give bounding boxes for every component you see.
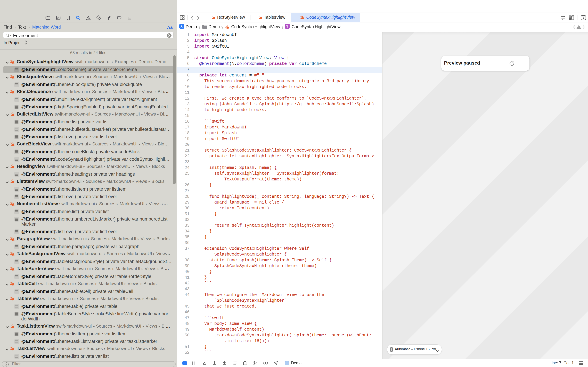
- svg-text:S: S: [286, 25, 288, 28]
